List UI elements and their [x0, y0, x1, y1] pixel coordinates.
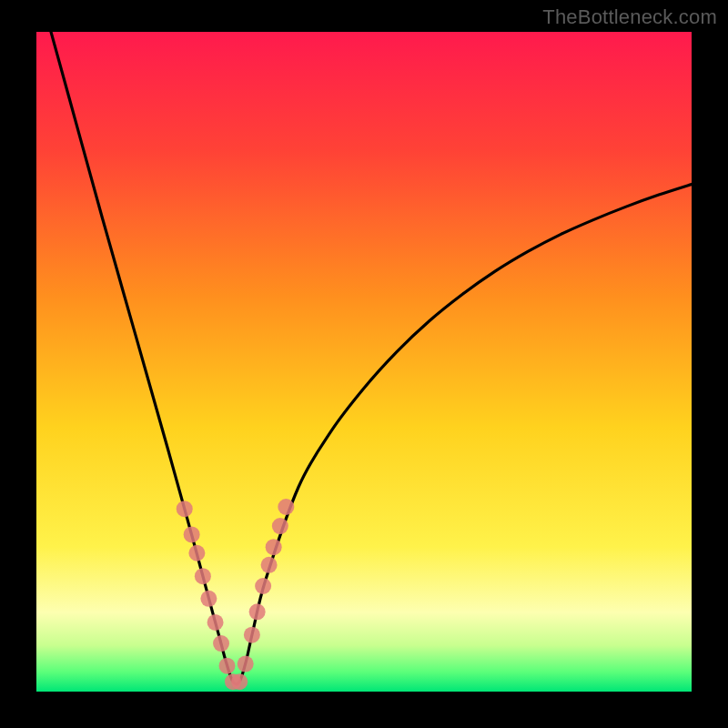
marker-point: [249, 603, 266, 620]
marker-point: [266, 539, 282, 555]
marker-point: [238, 656, 254, 672]
marker-point: [177, 500, 193, 517]
watermark-text: TheBottleneck.com: [542, 5, 717, 29]
marker-point: [272, 518, 288, 534]
marker-point: [255, 578, 271, 594]
chart-plot-area: [36, 32, 692, 692]
marker-point: [231, 673, 248, 690]
marker-point: [219, 658, 236, 674]
chart-svg: [36, 32, 692, 692]
marker-point: [188, 545, 205, 561]
marker-point: [213, 635, 229, 652]
marker-point: [261, 557, 278, 573]
marker-point: [278, 499, 294, 515]
marker-point: [200, 591, 217, 607]
chart-frame: TheBottleneck.com: [0, 0, 728, 728]
marker-point: [195, 568, 211, 584]
marker-point: [244, 627, 260, 643]
marker-point: [184, 526, 200, 542]
chart-background-gradient: [36, 32, 692, 692]
marker-point: [207, 614, 224, 631]
